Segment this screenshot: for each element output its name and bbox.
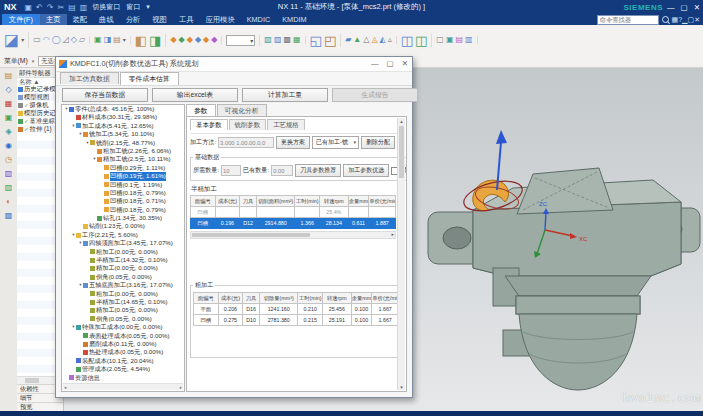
column-header[interactable]: 工时(min) xyxy=(295,196,320,207)
ribbon-icon[interactable]: ◪ xyxy=(4,32,19,48)
ribbon-tab-KMDIM[interactable]: KMDIM xyxy=(276,14,312,25)
menu-button[interactable]: 菜单(M) xyxy=(4,56,28,66)
ribbon-icon[interactable]: ◆ xyxy=(211,36,217,44)
cost-tree-item[interactable]: ▾铣加工(5.34元, 10.10%) xyxy=(62,130,184,138)
right-panel-vscrollbar[interactable]: ▴ ▾ xyxy=(397,118,405,390)
column-header[interactable]: 成本(元) xyxy=(218,293,243,304)
ribbon-icon[interactable]: ▾ xyxy=(123,37,126,43)
table-cell[interactable]: 25.4% xyxy=(320,207,349,218)
table-cell[interactable] xyxy=(256,207,294,218)
ribbon-icon[interactable]: ◆ xyxy=(179,36,185,44)
scroll-thumb[interactable] xyxy=(399,126,404,178)
ribbon-icon[interactable]: ▤ xyxy=(455,36,463,44)
table-cell[interactable]: 0.206 xyxy=(218,304,243,315)
cost-tree-item[interactable]: 凹槽(0.18元, 0.71%) xyxy=(62,197,184,205)
assembly-navigator-icon[interactable]: ▤ xyxy=(5,71,13,80)
table-row[interactable]: 凹槽0.275D102781.3800.21525.1910.1001.667 xyxy=(194,315,399,326)
ribbon-icon[interactable]: ◨ xyxy=(104,36,112,44)
ribbon-icon[interactable]: ▧ xyxy=(264,36,272,44)
ribbon-icon[interactable]: ◭ xyxy=(380,36,386,44)
cost-tree-item[interactable]: 凹槽(0.1元, 1.19%) xyxy=(62,181,184,189)
table-cell[interactable]: 凹槽 xyxy=(194,315,219,326)
cost-tree-item[interactable]: 表面处理成本(0.05元, 0.00%) xyxy=(62,332,184,340)
cost-tree-item[interactable]: 倒角(0.05元, 0.00%) xyxy=(62,315,184,323)
cost-tree-hscrollbar[interactable]: ◂▸ xyxy=(63,383,183,390)
table-cell[interactable]: 平面 xyxy=(194,304,219,315)
rough-machining-table[interactable]: 面编号成本(元)刀具切除量(mm³)工时(min)转速rpm余量mm单价(元/m… xyxy=(193,292,399,326)
ribbon-icon[interactable]: ▩ xyxy=(283,36,291,44)
cost-tree-item[interactable]: 凹槽(0.18元, 0.79%) xyxy=(62,189,184,197)
table-cell[interactable]: 0.275 xyxy=(218,315,243,326)
column-header[interactable]: 余量mm xyxy=(348,196,369,207)
cost-tree-item[interactable]: 半精加工(14.65元, 0.10%) xyxy=(62,298,184,306)
table-cell[interactable]: 1.887 xyxy=(369,218,396,229)
ribbon-tab-工具[interactable]: 工具 xyxy=(173,14,200,25)
ribbon-icon[interactable]: ◧ xyxy=(135,34,147,47)
table-cell[interactable]: 0.100 xyxy=(351,304,372,315)
table-cell[interactable]: D12 xyxy=(240,218,257,229)
table-cell[interactable]: D16 xyxy=(243,304,260,315)
ribbon-tab-KMDIC[interactable]: KMDIC xyxy=(241,14,277,25)
constraint-navigator-icon[interactable]: ◇ xyxy=(5,85,11,94)
cost-tree-item[interactable]: 资源信息 xyxy=(62,374,184,382)
column-header[interactable]: 面编号 xyxy=(194,293,219,304)
ribbon-icon[interactable]: ◆ xyxy=(203,36,209,44)
table-cell[interactable]: 1241.160 xyxy=(259,304,297,315)
table-cell[interactable] xyxy=(240,207,257,218)
table-cell[interactable]: 凹槽 xyxy=(191,218,216,229)
ribbon-icon[interactable]: ▣ xyxy=(446,36,454,44)
cost-tree-item[interactable]: 粗加工(0.00元, 0.00%) xyxy=(62,248,184,256)
tool-recommend-button[interactable]: 刀具参数推荐 xyxy=(295,164,341,177)
ribbon-icon[interactable]: ◠ xyxy=(43,36,50,44)
history-icon[interactable]: ◷ xyxy=(5,155,12,164)
ribbon-icon[interactable]: ▲ xyxy=(353,36,361,44)
cost-tree-item[interactable]: 精加工(0.05元, 0.00%) xyxy=(62,306,184,314)
table-cell[interactable]: 28.134 xyxy=(320,218,349,229)
cost-tree-item[interactable]: 钻孔(1.34元, 30.35%) xyxy=(62,214,184,222)
process-studio-icon[interactable]: ▧ xyxy=(5,169,13,178)
table-cell[interactable] xyxy=(295,207,320,218)
ribbon-combo[interactable]: ▾ xyxy=(226,35,255,46)
cost-tree-item[interactable]: 磨削成本(0.11元, 0.00%) xyxy=(62,340,184,348)
table-cell[interactable]: 0.611 xyxy=(348,218,369,229)
cost-tree-item[interactable]: 凹槽(0.29元, 1.11%) xyxy=(62,164,184,172)
table-cell[interactable] xyxy=(215,207,240,218)
ribbon-icon[interactable]: ▵ xyxy=(388,36,392,44)
hd3d-tool-icon[interactable]: ◈ xyxy=(5,127,11,136)
table-row[interactable]: 平面0.206D161241.1600.21025.4560.1001.667 xyxy=(194,304,399,315)
cost-tree-item[interactable]: 装配成本(10.1元, 20.04%) xyxy=(62,357,184,365)
ribbon-icon[interactable]: ◆ xyxy=(187,36,193,44)
param-optimize-button[interactable]: 加工参数优选 xyxy=(343,164,389,177)
table-cell[interactable]: 2914.880 xyxy=(256,218,294,229)
table-cell[interactable]: 25.191 xyxy=(323,315,352,326)
ribbon-icon[interactable]: ◆ xyxy=(170,36,176,44)
ribbon-icon[interactable]: ◫ xyxy=(415,34,427,47)
column-header[interactable]: 刀具 xyxy=(243,293,260,304)
maximize-button[interactable]: ▢ xyxy=(681,3,688,12)
paste-icon[interactable]: ▥ xyxy=(80,4,88,12)
dialog-button-保存当前数据[interactable]: 保存当前数据 xyxy=(62,88,148,102)
ribbon-tab-分析[interactable]: 分析 xyxy=(120,14,147,25)
column-header[interactable]: 单价(元/min) xyxy=(369,196,396,207)
dialog-title-bar[interactable]: KMDFC1.0(切削参数优选工具) 系统规划 —▢✕ xyxy=(56,57,412,72)
ribbon-tab-主页[interactable]: 主页 xyxy=(40,14,67,25)
table-cell[interactable]: 1.667 xyxy=(372,315,399,326)
ribbon-icon[interactable]: ▾ xyxy=(21,37,24,43)
reuse-library-icon[interactable]: ▣ xyxy=(5,113,13,122)
part-navigator-icon[interactable]: ▦ xyxy=(5,99,13,108)
table-cell[interactable]: 凹槽 xyxy=(191,207,216,218)
remove-assignment-button[interactable]: 删除分配 xyxy=(361,136,395,149)
ribbon-tab-file[interactable]: 文件(F) xyxy=(2,14,40,25)
inner-tab-工艺规格[interactable]: 工艺规格 xyxy=(267,119,305,130)
ribbon-icon[interactable]: ◰ xyxy=(324,34,336,47)
column-header[interactable]: 面编号 xyxy=(191,196,216,207)
ribbon-icon[interactable]: ▰ xyxy=(345,36,351,44)
column-header[interactable]: 余量mm xyxy=(351,293,372,304)
cost-tree-item[interactable]: 凹槽(0.19元, 1.61%) xyxy=(62,172,184,180)
cost-tree-item[interactable]: ▾精加工铣(2.5元, 10.11%) xyxy=(62,155,184,163)
dialog-button-输出excel表[interactable]: 输出excel表 xyxy=(152,88,238,102)
cost-tree-item[interactable]: ▾铣削(2.15元, 48.77%) xyxy=(62,139,184,147)
redo-icon[interactable]: ↷ xyxy=(47,4,54,12)
manufacturing-wizards-icon[interactable]: ▨ xyxy=(5,183,13,192)
ribbon-tab-应用模块[interactable]: 应用模块 xyxy=(199,14,240,25)
